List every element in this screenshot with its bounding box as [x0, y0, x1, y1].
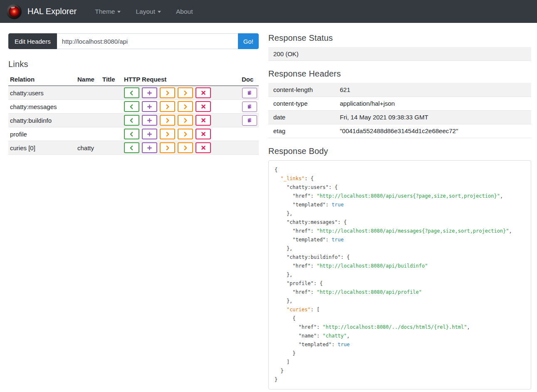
response-status-value: 200 (OK) — [268, 47, 531, 61]
name-cell — [76, 114, 101, 127]
delete-button[interactable] — [195, 101, 211, 112]
patch-button[interactable] — [178, 115, 193, 126]
chevron-down-icon — [117, 11, 121, 13]
plus-icon — [147, 90, 152, 96]
relation-cell: chatty:buildinfo — [8, 114, 76, 127]
chevron-right-icon — [183, 145, 188, 151]
delete-button[interactable] — [195, 87, 211, 98]
response-body-box: { "_links": { "chatty:users": { "href": … — [268, 160, 531, 390]
title-cell — [101, 141, 122, 155]
name-cell — [76, 86, 101, 100]
delete-button[interactable] — [195, 142, 211, 153]
edit-headers-button[interactable]: Edit Headers — [8, 33, 57, 49]
chevron-right-icon — [165, 104, 170, 109]
chevron-right-icon — [183, 131, 188, 137]
url-input[interactable] — [57, 33, 238, 49]
plus-icon — [147, 145, 152, 151]
links-table-header: Relation Name Title HTTP Request Doc — [8, 73, 259, 86]
doc-cell — [240, 127, 259, 141]
get-button[interactable] — [124, 101, 139, 112]
patch-button[interactable] — [178, 142, 193, 153]
delete-button[interactable] — [195, 129, 211, 139]
response-headers-table: content-length621content-typeapplication… — [268, 83, 531, 138]
response-header-row: etag"0041da552488d86e31454d1c2e68eec72" — [268, 124, 531, 138]
go-button[interactable]: Go! — [238, 33, 259, 49]
doc-button[interactable] — [242, 88, 257, 98]
chevron-down-icon — [158, 11, 161, 13]
doc-cell — [240, 100, 259, 114]
response-body-code: { "_links": { "chatty:users": { "href": … — [275, 166, 525, 384]
patch-button[interactable] — [178, 87, 193, 98]
plus-icon — [147, 131, 152, 137]
relation-cell: profile — [8, 127, 76, 141]
name-cell — [76, 127, 101, 141]
http-request-cell — [122, 127, 240, 141]
doc-cell — [240, 114, 259, 127]
column-header-doc: Doc — [240, 73, 259, 86]
delete-button[interactable] — [195, 115, 211, 126]
put-button[interactable] — [160, 101, 175, 112]
chevron-left-icon — [129, 145, 134, 151]
link-row: curies [0]chatty — [8, 141, 259, 155]
chevron-right-icon — [183, 104, 188, 109]
post-button[interactable] — [142, 115, 157, 126]
hal-9000-logo-icon — [7, 4, 22, 19]
title-cell — [101, 127, 122, 141]
doc-button[interactable] — [242, 115, 257, 126]
put-button[interactable] — [160, 87, 175, 98]
header-name: date — [268, 110, 335, 124]
chevron-left-icon — [129, 131, 134, 137]
http-request-cell — [122, 114, 240, 127]
request-bar: Edit Headers Go! — [8, 33, 259, 49]
x-icon — [201, 118, 206, 123]
post-button[interactable] — [142, 87, 157, 98]
plus-icon — [147, 118, 152, 123]
x-icon — [201, 145, 206, 150]
x-icon — [201, 104, 206, 109]
response-panel: Response Status 200 (OK) Response Header… — [268, 33, 531, 392]
put-button[interactable] — [160, 129, 175, 139]
header-name: etag — [268, 124, 335, 138]
header-value: Fri, 14 May 2021 09:38:33 GMT — [335, 110, 531, 124]
get-button[interactable] — [124, 142, 139, 153]
chevron-left-icon — [129, 118, 134, 123]
x-icon — [201, 131, 206, 136]
put-button[interactable] — [160, 142, 175, 153]
header-name: content-length — [268, 83, 335, 97]
main-content: Edit Headers Go! Links Relation Name Tit… — [0, 23, 537, 392]
column-header-http-request: HTTP Request — [122, 73, 240, 86]
link-row: chatty:messages — [8, 100, 259, 114]
put-button[interactable] — [160, 115, 175, 126]
link-row: chatty:buildinfo — [8, 114, 259, 127]
navbar: HAL Explorer Theme Layout About — [0, 0, 537, 23]
links-table-body: chatty:userschatty:messageschatty:buildi… — [8, 86, 259, 155]
book-icon — [247, 117, 252, 123]
chevron-right-icon — [165, 118, 170, 123]
title-cell — [101, 114, 122, 127]
post-button[interactable] — [142, 129, 157, 139]
title-cell — [101, 86, 122, 100]
links-section-title: Links — [8, 60, 259, 69]
get-button[interactable] — [124, 129, 139, 139]
name-cell — [76, 100, 101, 114]
header-value: "0041da552488d86e31454d1c2e68eec72" — [335, 124, 531, 138]
post-button[interactable] — [142, 101, 157, 112]
nav-item-about[interactable]: About — [170, 5, 199, 19]
chevron-left-icon — [129, 104, 134, 109]
http-request-cell — [122, 86, 240, 100]
post-button[interactable] — [142, 142, 157, 153]
patch-button[interactable] — [178, 129, 193, 139]
response-headers-title: Response Headers — [268, 69, 531, 79]
column-header-name: Name — [76, 73, 101, 86]
app-title: HAL Explorer — [27, 7, 77, 16]
doc-button[interactable] — [242, 102, 257, 112]
plus-icon — [147, 104, 152, 109]
book-icon — [247, 104, 252, 109]
book-icon — [247, 90, 252, 96]
get-button[interactable] — [124, 87, 139, 98]
nav-item-layout[interactable]: Layout — [130, 5, 167, 19]
patch-button[interactable] — [178, 101, 193, 112]
get-button[interactable] — [124, 115, 139, 126]
response-status-title: Response Status — [268, 33, 531, 43]
nav-item-theme[interactable]: Theme — [89, 5, 126, 19]
